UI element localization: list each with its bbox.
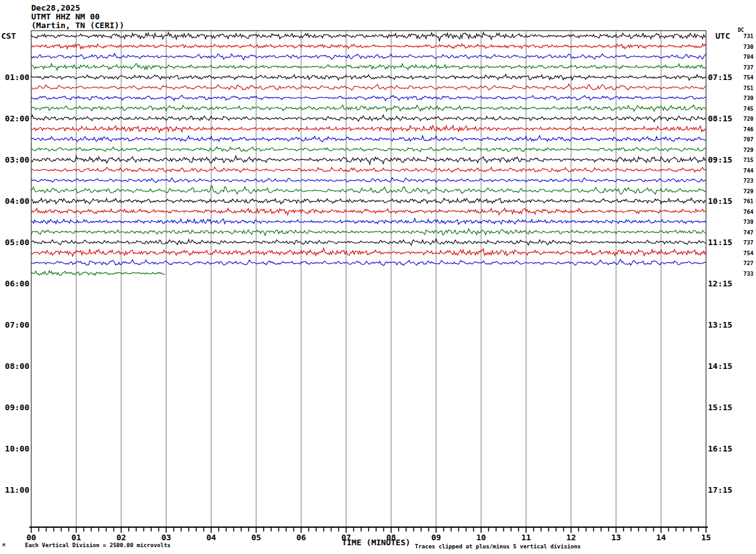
seismogram-trace — [31, 239, 706, 245]
seismogram-trace — [31, 178, 706, 183]
dc-value: 739 — [740, 219, 754, 225]
x-tick-label: 12 — [566, 533, 576, 542]
seismogram-trace — [31, 147, 706, 152]
x-tick-label: 05 — [251, 533, 261, 542]
right-hour-label: 10:15 — [708, 197, 732, 206]
left-hour-label: 10:00 — [0, 445, 29, 453]
right-hour-label: 11:15 — [708, 238, 732, 247]
left-hour-label: 05:00 — [0, 238, 29, 247]
seismogram-trace — [31, 105, 706, 111]
left-hour-label: 06:00 — [0, 280, 29, 288]
x-tick-label: 11 — [521, 533, 531, 542]
dc-value: 737 — [740, 64, 754, 71]
dc-value: 744 — [740, 168, 754, 174]
dc-value: 761 — [740, 198, 754, 204]
x-axis-title: TIME (MINUTES) — [342, 538, 410, 547]
dc-value: 737 — [740, 239, 754, 246]
seismogram-trace — [31, 208, 706, 215]
dc-value: 733 — [740, 271, 754, 277]
clip-note: Traces clipped at plus/minus 5 vertical … — [415, 543, 581, 550]
right-hour-label: 13:15 — [708, 321, 732, 330]
x-tick-label: 01 — [71, 533, 81, 542]
seismogram-trace — [31, 74, 706, 81]
seismogram-trace — [31, 115, 706, 122]
seismogram-trace — [31, 248, 706, 256]
left-hour-label: 03:00 — [0, 156, 29, 164]
seismogram-trace — [31, 229, 706, 236]
left-hour-label: 07:00 — [0, 321, 29, 330]
x-tick-label: 02 — [116, 533, 126, 542]
left-hour-label: 09:00 — [0, 403, 29, 412]
dc-value: 746 — [740, 126, 754, 133]
dc-value: 747 — [740, 229, 754, 236]
left-hour-label: 01:00 — [0, 73, 29, 82]
seismogram-plot — [0, 0, 756, 554]
dc-value: 720 — [740, 116, 754, 122]
right-hour-label: 14:15 — [708, 362, 732, 371]
x-tick-label: 03 — [161, 533, 171, 542]
dc-value: 707 — [740, 136, 754, 143]
seismogram-trace — [31, 219, 706, 224]
watermark: M — [2, 543, 5, 548]
x-tick-label: 06 — [296, 533, 306, 542]
dc-value: 729 — [740, 147, 754, 153]
x-tick-label: 04 — [206, 533, 216, 542]
left-hour-label: 02:00 — [0, 114, 29, 123]
seismogram-trace — [31, 126, 706, 133]
left-hour-label: 11:00 — [0, 486, 29, 495]
seismogram-trace — [31, 54, 706, 60]
seismogram-trace — [31, 198, 706, 204]
dc-value: 727 — [740, 260, 754, 266]
dc-value: 729 — [740, 188, 754, 194]
x-tick-label: 09 — [431, 533, 441, 542]
right-hour-label: 15:15 — [708, 403, 732, 412]
right-hour-label: 16:15 — [708, 445, 732, 453]
dc-value: 723 — [740, 178, 754, 184]
dc-value: 730 — [740, 44, 754, 50]
seismogram-trace — [31, 156, 706, 164]
seismogram-trace — [31, 271, 165, 275]
seismogram-trace — [31, 186, 706, 194]
right-hour-label: 17:15 — [708, 486, 732, 495]
x-tick-label: 13 — [611, 533, 621, 542]
seismogram-svg — [0, 0, 756, 554]
dc-value: 754 — [740, 74, 754, 81]
left-hour-label: 04:00 — [0, 197, 29, 206]
dc-value: 751 — [740, 85, 754, 91]
left-hour-label: 08:00 — [0, 362, 29, 371]
x-tick-label: 14 — [656, 533, 666, 542]
seismogram-trace — [31, 64, 706, 70]
dc-value: 754 — [740, 250, 754, 256]
scale-note: Each Vertical Division = 2500.00 microvo… — [25, 542, 171, 548]
right-hour-label: 09:15 — [708, 156, 732, 164]
dc-value: 715 — [740, 157, 754, 163]
dc-value: 739 — [740, 95, 754, 101]
x-tick-label: 00 — [26, 533, 36, 542]
right-hour-label: 08:15 — [708, 114, 732, 123]
right-hour-label: 12:15 — [708, 280, 732, 288]
seismogram-trace — [31, 167, 706, 172]
seismogram-trace — [31, 33, 706, 41]
dc-value: 731 — [740, 33, 754, 39]
seismogram-trace — [31, 44, 706, 49]
dc-value: 784 — [740, 54, 754, 60]
right-hour-label: 07:15 — [708, 73, 732, 82]
seismogram-trace — [31, 95, 706, 101]
helicorder-screen: Dec28,2025 UTMT HHZ NM 00 (Martin, TN (C… — [0, 0, 756, 554]
x-tick-label: 10 — [476, 533, 486, 542]
seismogram-trace — [31, 136, 706, 142]
dc-value: 764 — [740, 209, 754, 215]
dc-value: 745 — [740, 106, 754, 112]
x-tick-label: 15 — [701, 533, 711, 542]
seismogram-trace — [31, 259, 706, 266]
seismogram-trace — [31, 84, 706, 90]
